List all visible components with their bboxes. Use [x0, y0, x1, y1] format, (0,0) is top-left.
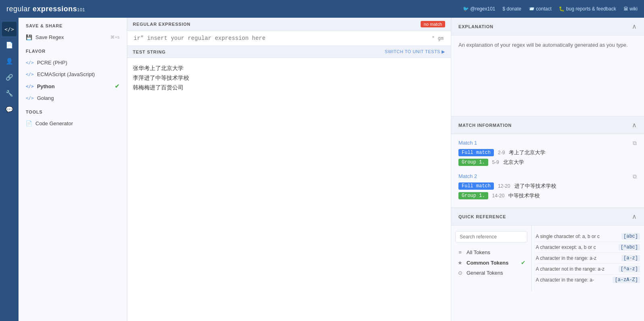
- match-info-collapse-icon[interactable]: ∧: [632, 121, 637, 129]
- nav-links: 🐦 @regex101 $ donate 📨 contact 🐛 bug rep…: [463, 6, 638, 12]
- match-1-label: Match 1 ⧉: [458, 140, 637, 146]
- test-label: TEST STRING: [133, 50, 166, 54]
- match-1-full-value: 考上了北京大学: [509, 149, 545, 156]
- explanation-collapse-icon[interactable]: ∧: [632, 23, 637, 30]
- save-icon: 💾: [26, 34, 32, 40]
- donate-link[interactable]: $ donate: [502, 6, 521, 12]
- save-regex-item[interactable]: 💾 Save Regex ⌘+s: [19, 31, 127, 43]
- qr-tokens: ≡ All Tokens ★ Common Tokens ✔ ⊙ General…: [455, 247, 527, 278]
- codegen-icon: 📄: [26, 120, 32, 126]
- match-2-full-badge: Full match: [458, 182, 494, 190]
- save-regex-label: Save Regex: [35, 34, 64, 40]
- qr-search-input[interactable]: [455, 231, 527, 242]
- tools-title: TOOLS: [19, 104, 127, 118]
- twitter-link[interactable]: 🐦 @regex101: [463, 6, 495, 12]
- match-1-full-badge: Full match: [458, 149, 494, 156]
- top-nav: regular expressions101 🐦 @regex101 $ don…: [0, 0, 644, 18]
- quick-ref-title: QUICK REFERENCE: [458, 214, 506, 219]
- code-generator-item[interactable]: 📄 Code Generator: [19, 118, 127, 129]
- wiki-link[interactable]: 🏛 wiki: [623, 6, 638, 12]
- all-tokens-icon: ≡: [457, 249, 463, 255]
- logo-io: 101: [77, 7, 85, 12]
- qr-row-2: A character except: a, b or c [^abc]: [536, 242, 640, 253]
- quick-ref-right: A single character of: a, b or c [abc] A…: [532, 226, 644, 291]
- regex-flags: " gm: [429, 35, 446, 41]
- regex-input-row: " gm: [127, 31, 451, 46]
- match-1-full-row: Full match 2-9 考上了北京大学: [458, 149, 637, 156]
- explanation-text: An explanation of your regex will be aut…: [458, 42, 628, 48]
- match-1-group-row: Group 1. 5-9 北京大学: [458, 159, 637, 166]
- match-2-copy-icon[interactable]: ⧉: [633, 173, 637, 180]
- sidebar-icon-user[interactable]: 👤: [2, 54, 17, 68]
- qr-code-4: [^a-z]: [619, 266, 640, 272]
- match-2-group-badge: Group 1.: [458, 192, 488, 199]
- flavor-python[interactable]: </> Python ✔: [19, 80, 127, 92]
- match-1-group-value: 北京大学: [503, 159, 524, 166]
- flavor-ecmascript[interactable]: </> ECMAScript (JavaScript): [19, 68, 127, 80]
- qr-row-5: A character in the range: a- [a-zA-Z]: [536, 275, 640, 285]
- match-2-label: Match 2 ⧉: [458, 173, 637, 179]
- center-panel: REGULAR EXPRESSION no match " gm TEST ST…: [127, 18, 451, 321]
- sidebar-icon-docs[interactable]: 📄: [2, 38, 17, 52]
- flavor-python-label: Python: [37, 83, 55, 89]
- qr-code-5: [a-zA-Z]: [613, 277, 640, 283]
- switch-unit-tests[interactable]: SWITCH TO UNIT TESTS ▶: [385, 49, 445, 54]
- quick-ref-collapse-icon[interactable]: ∧: [632, 213, 637, 220]
- ecma-code-icon: </>: [26, 72, 34, 77]
- sidebar-icon-link[interactable]: 🔗: [2, 70, 17, 85]
- match-2-group-row: Group 1. 14-20 中等技术学校: [458, 192, 637, 199]
- explanation-body: An explanation of your regex will be aut…: [451, 35, 644, 116]
- logo-expressions: expressions: [31, 5, 77, 13]
- common-tokens-label: Common Tokens: [466, 260, 509, 266]
- quick-ref-left: ≡ All Tokens ★ Common Tokens ✔ ⊙ General…: [451, 226, 532, 291]
- qr-row-3: A character in the range: a-z [a-z]: [536, 253, 640, 264]
- match-info-title: MATCH INFORMATION: [458, 123, 512, 128]
- qr-row-4: A character not in the range: a-z [^a-z]: [536, 264, 640, 275]
- flavor-golang-label: Golang: [37, 95, 54, 101]
- match-info-body: Match 1 ⧉ Full match 2-9 考上了北京大学 Group 1…: [451, 134, 644, 207]
- flavor-pcre[interactable]: </> PCRE (PHP): [19, 57, 127, 68]
- qr-code-2: [^abc]: [619, 244, 640, 251]
- match-2-group-pos: 14-20: [492, 193, 505, 199]
- flavor-title: FLAVOR: [19, 43, 127, 57]
- qr-desc-1: A single character of: a, b or c: [536, 234, 618, 239]
- match-2-full-pos: 12-20: [498, 183, 510, 189]
- pcre-code-icon: </>: [26, 60, 34, 65]
- no-match-badge: no match: [421, 21, 445, 27]
- contact-link[interactable]: 📨 contact: [528, 6, 551, 12]
- sidebar-icon-tools[interactable]: 🔧: [2, 86, 17, 101]
- qr-desc-5: A character in the range: a-: [536, 277, 609, 283]
- match-2-group-value: 中等技术学校: [508, 192, 540, 199]
- test-string-input[interactable]: 张华考上了北京大学 李萍进了中等技术学校 韩梅梅进了百货公司: [133, 64, 445, 315]
- match-2-full-value: 进了中等技术学校: [514, 182, 556, 190]
- sidebar-icons: </> 📄 👤 🔗 🔧 💬: [0, 18, 19, 321]
- qr-desc-3: A character in the range: a-z: [536, 255, 618, 261]
- common-tokens-icon: ★: [457, 260, 463, 266]
- regex-input[interactable]: [132, 31, 429, 46]
- sidebar-icon-code[interactable]: </>: [2, 22, 17, 36]
- qr-desc-4: A character not in the range: a-z: [536, 266, 615, 272]
- sidebar-icon-chat[interactable]: 💬: [2, 102, 17, 117]
- qr-all-tokens[interactable]: ≡ All Tokens: [455, 247, 527, 257]
- qr-desc-2: A character except: a, b or c: [536, 244, 615, 250]
- match-1-group-pos: 5-9: [492, 159, 499, 165]
- test-header: TEST STRING SWITCH TO UNIT TESTS ▶: [127, 46, 451, 58]
- explanation-title: EXPLANATION: [458, 24, 493, 29]
- qr-general-tokens[interactable]: ⊙ General Tokens: [455, 268, 527, 278]
- bugreports-link[interactable]: 🐛 bug reports & feedback: [559, 6, 616, 12]
- test-area: 张华考上了北京大学 李萍进了中等技术学校 韩梅梅进了百货公司: [127, 58, 451, 321]
- flavor-golang[interactable]: </> Golang: [19, 92, 127, 104]
- save-share-title: SAVE & SHARE: [19, 18, 127, 31]
- qr-code-3: [a-z]: [621, 255, 640, 261]
- match-1-copy-icon[interactable]: ⧉: [633, 140, 637, 147]
- python-selected-check: ✔: [115, 83, 120, 89]
- left-panel: SAVE & SHARE 💾 Save Regex ⌘+s FLAVOR </>…: [19, 18, 127, 321]
- match-info-header: MATCH INFORMATION ∧: [451, 116, 644, 134]
- quick-ref-body: ≡ All Tokens ★ Common Tokens ✔ ⊙ General…: [451, 226, 644, 291]
- match-1-group-badge: Group 1.: [458, 159, 488, 166]
- python-code-icon: </>: [26, 84, 34, 89]
- qr-common-tokens[interactable]: ★ Common Tokens ✔: [455, 257, 527, 268]
- match-1-full-pos: 2-9: [498, 150, 505, 155]
- flavor-ecmascript-label: ECMAScript (JavaScript): [37, 71, 95, 77]
- save-regex-shortcut: ⌘+s: [110, 35, 120, 40]
